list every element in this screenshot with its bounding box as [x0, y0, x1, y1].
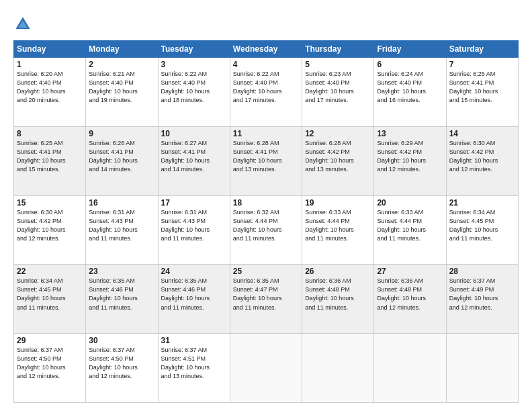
calendar-cell: 19Sunrise: 6:33 AM Sunset: 4:44 PM Dayli…: [302, 195, 374, 265]
page: SundayMondayTuesdayWednesdayThursdayFrid…: [0, 0, 532, 411]
day-info: Sunrise: 6:36 AM Sunset: 4:48 PM Dayligh…: [377, 277, 443, 312]
day-info: Sunrise: 6:23 AM Sunset: 4:40 PM Dayligh…: [305, 70, 371, 105]
day-info: Sunrise: 6:36 AM Sunset: 4:48 PM Dayligh…: [305, 277, 371, 312]
day-number: 22: [17, 267, 83, 276]
day-number: 17: [161, 198, 227, 208]
calendar-cell: 5Sunrise: 6:23 AM Sunset: 4:40 PM Daylig…: [302, 58, 374, 127]
day-number: 13: [377, 129, 443, 138]
day-header-friday: Friday: [374, 41, 446, 58]
day-number: 26: [305, 267, 371, 276]
calendar-week-3: 15Sunrise: 6:30 AM Sunset: 4:42 PM Dayli…: [14, 195, 519, 265]
day-number: 8: [17, 129, 83, 138]
calendar-table: SundayMondayTuesdayWednesdayThursdayFrid…: [13, 40, 519, 403]
day-number: 20: [377, 198, 443, 208]
logo-icon: [13, 15, 32, 34]
calendar-week-4: 22Sunrise: 6:34 AM Sunset: 4:45 PM Dayli…: [14, 265, 519, 334]
logo: [13, 15, 35, 34]
day-info: Sunrise: 6:21 AM Sunset: 4:40 PM Dayligh…: [89, 70, 154, 105]
calendar-cell: 12Sunrise: 6:28 AM Sunset: 4:42 PM Dayli…: [302, 126, 374, 195]
day-info: Sunrise: 6:22 AM Sunset: 4:40 PM Dayligh…: [161, 70, 227, 105]
day-info: Sunrise: 6:25 AM Sunset: 4:41 PM Dayligh…: [449, 70, 515, 105]
day-info: Sunrise: 6:35 AM Sunset: 4:46 PM Dayligh…: [161, 277, 227, 312]
day-number: 27: [377, 267, 443, 276]
day-header-tuesday: Tuesday: [158, 41, 230, 58]
day-info: Sunrise: 6:30 AM Sunset: 4:42 PM Dayligh…: [17, 208, 83, 243]
day-number: 28: [449, 267, 515, 276]
calendar-cell: 11Sunrise: 6:28 AM Sunset: 4:41 PM Dayli…: [230, 126, 302, 195]
day-info: Sunrise: 6:35 AM Sunset: 4:46 PM Dayligh…: [89, 277, 154, 312]
day-info: Sunrise: 6:28 AM Sunset: 4:41 PM Dayligh…: [233, 139, 299, 174]
day-number: 31: [161, 336, 227, 345]
calendar-cell: 4Sunrise: 6:22 AM Sunset: 4:40 PM Daylig…: [230, 58, 302, 127]
day-info: Sunrise: 6:29 AM Sunset: 4:42 PM Dayligh…: [377, 139, 443, 174]
calendar-cell: 10Sunrise: 6:27 AM Sunset: 4:41 PM Dayli…: [158, 126, 230, 195]
day-number: 4: [233, 60, 299, 69]
calendar-header: SundayMondayTuesdayWednesdayThursdayFrid…: [14, 41, 519, 58]
calendar-cell: 9Sunrise: 6:26 AM Sunset: 4:41 PM Daylig…: [86, 126, 158, 195]
day-number: 3: [161, 60, 227, 69]
day-number: 16: [89, 198, 154, 208]
day-number: 30: [89, 336, 154, 345]
day-info: Sunrise: 6:34 AM Sunset: 4:45 PM Dayligh…: [17, 277, 83, 312]
day-info: Sunrise: 6:25 AM Sunset: 4:41 PM Dayligh…: [17, 139, 83, 174]
calendar-cell: 18Sunrise: 6:32 AM Sunset: 4:44 PM Dayli…: [230, 195, 302, 265]
day-number: 23: [89, 267, 154, 276]
day-info: Sunrise: 6:37 AM Sunset: 4:49 PM Dayligh…: [449, 277, 515, 312]
day-number: 29: [17, 336, 83, 345]
calendar-week-1: 1Sunrise: 6:20 AM Sunset: 4:40 PM Daylig…: [14, 58, 519, 127]
calendar-cell: [374, 334, 446, 403]
day-header-monday: Monday: [86, 41, 158, 58]
calendar-cell: 25Sunrise: 6:35 AM Sunset: 4:47 PM Dayli…: [230, 265, 302, 334]
calendar-cell: 28Sunrise: 6:37 AM Sunset: 4:49 PM Dayli…: [446, 265, 518, 334]
day-number: 1: [17, 60, 83, 69]
calendar-cell: 20Sunrise: 6:33 AM Sunset: 4:44 PM Dayli…: [374, 195, 446, 265]
calendar-cell: 3Sunrise: 6:22 AM Sunset: 4:40 PM Daylig…: [158, 58, 230, 127]
day-info: Sunrise: 6:28 AM Sunset: 4:42 PM Dayligh…: [305, 139, 371, 174]
day-number: 11: [233, 129, 299, 138]
day-number: 2: [89, 60, 154, 69]
day-info: Sunrise: 6:24 AM Sunset: 4:40 PM Dayligh…: [377, 70, 443, 105]
day-number: 6: [377, 60, 443, 69]
calendar-cell: 2Sunrise: 6:21 AM Sunset: 4:40 PM Daylig…: [86, 58, 158, 127]
day-number: 5: [305, 60, 371, 69]
day-info: Sunrise: 6:37 AM Sunset: 4:50 PM Dayligh…: [17, 346, 83, 381]
header: [13, 12, 519, 34]
calendar-cell: [446, 334, 518, 403]
calendar-cell: 13Sunrise: 6:29 AM Sunset: 4:42 PM Dayli…: [374, 126, 446, 195]
calendar-cell: 15Sunrise: 6:30 AM Sunset: 4:42 PM Dayli…: [14, 195, 86, 265]
day-info: Sunrise: 6:35 AM Sunset: 4:47 PM Dayligh…: [233, 277, 299, 312]
day-info: Sunrise: 6:37 AM Sunset: 4:50 PM Dayligh…: [89, 346, 154, 381]
day-info: Sunrise: 6:31 AM Sunset: 4:43 PM Dayligh…: [89, 208, 154, 243]
day-info: Sunrise: 6:31 AM Sunset: 4:43 PM Dayligh…: [161, 208, 227, 243]
day-number: 15: [17, 198, 83, 208]
calendar-cell: 27Sunrise: 6:36 AM Sunset: 4:48 PM Dayli…: [374, 265, 446, 334]
calendar-cell: 24Sunrise: 6:35 AM Sunset: 4:46 PM Dayli…: [158, 265, 230, 334]
day-number: 7: [449, 60, 515, 69]
calendar-cell: 23Sunrise: 6:35 AM Sunset: 4:46 PM Dayli…: [86, 265, 158, 334]
day-number: 24: [161, 267, 227, 276]
calendar-cell: 22Sunrise: 6:34 AM Sunset: 4:45 PM Dayli…: [14, 265, 86, 334]
day-number: 10: [161, 129, 227, 138]
calendar-cell: 31Sunrise: 6:37 AM Sunset: 4:51 PM Dayli…: [158, 334, 230, 403]
day-info: Sunrise: 6:22 AM Sunset: 4:40 PM Dayligh…: [233, 70, 299, 105]
day-number: 18: [233, 198, 299, 208]
day-info: Sunrise: 6:34 AM Sunset: 4:45 PM Dayligh…: [449, 208, 515, 243]
day-header-thursday: Thursday: [302, 41, 374, 58]
day-header-wednesday: Wednesday: [230, 41, 302, 58]
day-number: 14: [449, 129, 515, 138]
calendar-week-5: 29Sunrise: 6:37 AM Sunset: 4:50 PM Dayli…: [14, 334, 519, 403]
day-info: Sunrise: 6:37 AM Sunset: 4:51 PM Dayligh…: [161, 346, 227, 381]
day-info: Sunrise: 6:33 AM Sunset: 4:44 PM Dayligh…: [377, 208, 443, 243]
header-row: SundayMondayTuesdayWednesdayThursdayFrid…: [14, 41, 519, 58]
calendar-cell: 17Sunrise: 6:31 AM Sunset: 4:43 PM Dayli…: [158, 195, 230, 265]
calendar-week-2: 8Sunrise: 6:25 AM Sunset: 4:41 PM Daylig…: [14, 126, 519, 195]
calendar-body: 1Sunrise: 6:20 AM Sunset: 4:40 PM Daylig…: [14, 58, 519, 403]
day-info: Sunrise: 6:20 AM Sunset: 4:40 PM Dayligh…: [17, 70, 83, 105]
day-info: Sunrise: 6:33 AM Sunset: 4:44 PM Dayligh…: [305, 208, 371, 243]
calendar-cell: [302, 334, 374, 403]
day-info: Sunrise: 6:32 AM Sunset: 4:44 PM Dayligh…: [233, 208, 299, 243]
calendar-cell: 16Sunrise: 6:31 AM Sunset: 4:43 PM Dayli…: [86, 195, 158, 265]
day-info: Sunrise: 6:26 AM Sunset: 4:41 PM Dayligh…: [89, 139, 154, 174]
calendar-cell: 8Sunrise: 6:25 AM Sunset: 4:41 PM Daylig…: [14, 126, 86, 195]
calendar-cell: 1Sunrise: 6:20 AM Sunset: 4:40 PM Daylig…: [14, 58, 86, 127]
